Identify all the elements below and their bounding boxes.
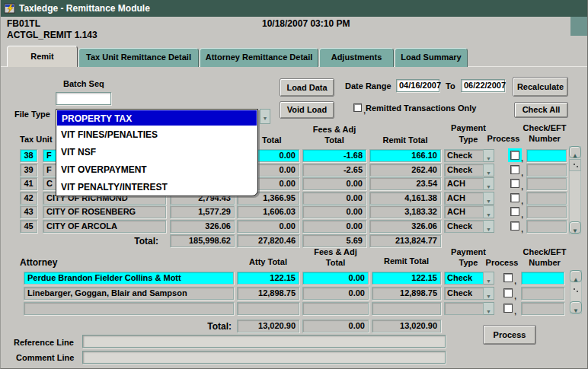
payment-type-value[interactable]: ACH <box>444 205 484 218</box>
check-eft-field[interactable] <box>526 177 567 190</box>
date-to-input[interactable]: 06/22/2007 <box>461 79 505 92</box>
check-eft-field[interactable] <box>521 302 564 315</box>
tax-row-name-cell[interactable]: CITY OF ROSENBERG <box>43 205 166 218</box>
check-eft-field[interactable] <box>526 149 567 162</box>
chevron-down-icon[interactable] <box>484 220 494 233</box>
tax-scroll-down-icon[interactable] <box>569 221 581 234</box>
batch-seq-input[interactable] <box>56 92 111 105</box>
check-all-button[interactable]: Check All <box>514 102 568 118</box>
void-load-button[interactable]: Void Load <box>280 101 334 119</box>
process-checkbox[interactable] <box>510 193 519 202</box>
tax-row-remit-cell[interactable]: 3,183.32 <box>369 205 441 218</box>
dropdown-option-vit-penalty-interest[interactable]: VIT PENALTY/INTEREST <box>56 179 257 196</box>
check-eft-field[interactable] <box>526 164 567 177</box>
tax-row-fees-cell[interactable]: 0.00 <box>302 220 366 233</box>
check-eft-field[interactable] <box>526 192 567 205</box>
chevron-down-icon[interactable] <box>484 177 494 190</box>
remitted-only-checkbox[interactable] <box>353 103 362 112</box>
tax-row-fees-cell[interactable]: 0.00 <box>302 205 366 218</box>
atty-total-header: Atty Total <box>237 257 299 266</box>
tax-row-fees-cell[interactable]: -2.65 <box>302 164 366 177</box>
attorney-row-name-cell[interactable]: Perdue Brandon Fielder Collins & Mott <box>24 272 234 285</box>
tax-row-remit-cell[interactable]: 262.40 <box>369 164 441 177</box>
check-eft-field[interactable] <box>521 272 564 285</box>
payment-type-value[interactable]: Check <box>444 272 484 285</box>
payment-type-value[interactable]: ACH <box>444 177 484 190</box>
dropdown-option-vit-overpayment[interactable]: VIT OVERPAYMENT <box>56 161 257 179</box>
tab-attorney-remittance-detail[interactable]: Attorney Remittance Detail <box>200 48 318 67</box>
process-checkbox[interactable] <box>510 207 519 216</box>
tax-row-remit-cell[interactable]: 23.54 <box>369 177 441 190</box>
tax-row-fees-cell[interactable]: 0.00 <box>302 177 366 190</box>
tax-row-colB-cell[interactable]: 0.00 <box>237 220 299 233</box>
tab-remit[interactable]: Remit <box>7 46 78 67</box>
process-checkbox[interactable] <box>510 165 519 174</box>
payment-type-value[interactable]: Check <box>444 164 484 177</box>
tax-row-name-cell[interactable]: CITY OF ARCOLA <box>43 220 166 233</box>
attorney-row-remit-cell[interactable]: 122.15 <box>372 272 441 285</box>
process-checkbox[interactable] <box>503 288 513 297</box>
dropdown-option-property-tax[interactable]: PROPERTY TAX <box>56 110 257 126</box>
attorney-scroll-down-icon[interactable] <box>570 301 582 313</box>
reference-line-input[interactable] <box>82 335 446 348</box>
chevron-down-icon[interactable] <box>484 205 494 218</box>
tax-scroll-up-icon[interactable] <box>569 146 581 158</box>
dropdown-option-vit-fines-penalties[interactable]: VIT FINES/PENALTIES <box>56 126 257 144</box>
process-checkbox[interactable] <box>503 304 513 313</box>
tax-row-fees-cell[interactable]: 0.00 <box>302 192 366 205</box>
tax-row-colA-cell[interactable]: 326.06 <box>170 220 235 233</box>
chevron-down-icon[interactable] <box>260 109 270 124</box>
tax-row-remit-cell[interactable]: 326.06 <box>369 220 441 233</box>
load-data-button[interactable]: Load Data <box>280 78 334 97</box>
attorney-total-label: Total: <box>190 322 232 331</box>
chevron-down-icon[interactable] <box>484 272 494 285</box>
tab-tax-unit-remittance-detail[interactable]: Tax Unit Remittance Detail <box>78 48 199 67</box>
tax-row-colB-cell[interactable]: 1,606.03 <box>237 205 299 218</box>
attorney-row-remit-cell[interactable] <box>372 302 441 315</box>
chevron-down-icon[interactable] <box>484 192 494 205</box>
process-checkbox[interactable] <box>510 151 519 160</box>
date-from-input[interactable]: 04/16/2007 <box>396 79 439 92</box>
comment-line-input[interactable] <box>82 351 446 364</box>
check-eft-field[interactable] <box>526 205 567 218</box>
attorney-scrollbar-thumb[interactable] <box>570 285 582 297</box>
check-eft-field[interactable] <box>521 287 564 300</box>
attorney-row-name-cell[interactable]: Linebarger, Goggan, Blair and Sampson <box>24 287 234 300</box>
tab-adjustments[interactable]: Adjustments <box>319 48 394 67</box>
chevron-down-icon[interactable] <box>484 302 494 315</box>
process-checkbox[interactable] <box>510 179 519 188</box>
chevron-down-icon[interactable] <box>484 164 494 177</box>
payment-type-combo: Check <box>444 287 494 300</box>
chevron-down-icon[interactable] <box>484 149 494 162</box>
attorney-row-remit-cell[interactable]: 12,898.75 <box>372 287 441 300</box>
payment-type-combo: Check <box>444 149 494 162</box>
check-eft-field[interactable] <box>526 220 567 233</box>
tax-row-remit-cell[interactable]: 166.10 <box>369 149 441 162</box>
payment-type-value[interactable]: Check <box>444 287 484 300</box>
tax-row-colA-cell[interactable]: 1,577.29 <box>170 205 235 218</box>
attorney-row-atty-cell[interactable]: 12,898.75 <box>237 287 299 300</box>
attorney-row-fees-cell[interactable]: 0.00 <box>302 287 369 300</box>
tab-load-summary[interactable]: Load Summary <box>395 48 468 67</box>
attorney-row-name-cell[interactable] <box>24 302 234 315</box>
payment-type-value[interactable]: ACH <box>444 192 484 205</box>
payment-type-combo: ACH <box>444 192 494 205</box>
attorney-row-atty-cell[interactable]: 122.15 <box>237 272 299 285</box>
payment-type-value[interactable]: Check <box>444 220 484 233</box>
process-checkbox[interactable] <box>503 273 513 282</box>
payment-type-value[interactable] <box>444 302 484 315</box>
attorney-row-fees-cell[interactable] <box>302 302 369 315</box>
payment-type-value[interactable]: Check <box>444 149 484 162</box>
process-button[interactable]: Process <box>483 325 536 345</box>
attorney-scroll-up-icon[interactable] <box>570 270 582 282</box>
process-checkbox[interactable] <box>510 221 519 231</box>
tax-row-remit-cell[interactable]: 4,161.38 <box>369 192 441 205</box>
tax-scrollbar-thumb[interactable] <box>569 159 581 171</box>
tax-row-fees-cell[interactable]: -1.68 <box>302 149 366 162</box>
attorney-row-atty-cell[interactable] <box>237 302 299 315</box>
chevron-down-icon[interactable] <box>484 287 494 300</box>
datetime: 10/18/2007 03:10 PM <box>262 19 350 28</box>
attorney-row-fees-cell[interactable]: 0.00 <box>302 272 369 285</box>
recalculate-button[interactable]: Recalculate <box>513 77 568 97</box>
dropdown-option-vit-nsf[interactable]: VIT NSF <box>56 144 257 161</box>
